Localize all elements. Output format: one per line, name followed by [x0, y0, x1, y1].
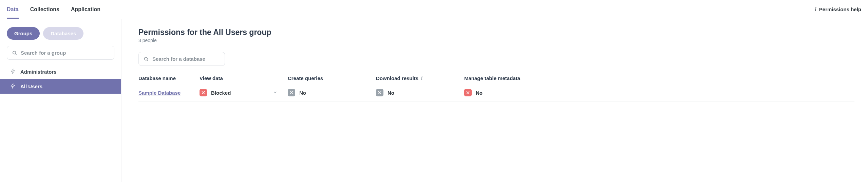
search-icon: [12, 50, 17, 56]
database-link[interactable]: Sample Database: [138, 90, 181, 96]
svg-line-3: [147, 60, 148, 61]
databases-pill[interactable]: Databases: [43, 27, 83, 40]
view-data-value: Blocked: [211, 90, 231, 96]
top-tab-bar: Data Collections Application i Permissio…: [0, 0, 868, 19]
cell-download-results[interactable]: No: [376, 89, 464, 96]
sidebar: Groups Databases Administrators All User…: [0, 19, 121, 182]
manage-metadata-value: No: [476, 90, 483, 96]
page-title: Permissions for the All Users group: [138, 28, 854, 37]
bolt-icon: [10, 83, 16, 90]
group-search-input[interactable]: [21, 50, 109, 56]
tab-collections[interactable]: Collections: [30, 0, 59, 19]
page-subtitle: 3 people: [138, 38, 854, 43]
info-icon[interactable]: i: [421, 76, 422, 81]
permissions-table: Database name View data Create queries D…: [138, 73, 854, 101]
no-icon: [376, 89, 383, 96]
permissions-help-link[interactable]: i Permissions help: [815, 6, 861, 13]
cell-manage-metadata[interactable]: No: [464, 89, 529, 96]
svg-point-0: [13, 51, 16, 54]
col-create-queries: Create queries: [288, 75, 376, 81]
sidebar-item-administrators[interactable]: Administrators: [0, 64, 121, 79]
tabs: Data Collections Application: [7, 0, 100, 19]
permissions-help-label: Permissions help: [819, 6, 861, 12]
col-view-data: View data: [200, 75, 288, 81]
col-manage-metadata: Manage table metadata: [464, 75, 529, 81]
no-icon: [464, 89, 472, 96]
svg-point-2: [145, 57, 148, 60]
bolt-icon: [10, 69, 16, 75]
search-icon: [144, 56, 149, 62]
cell-create-queries[interactable]: No: [288, 89, 376, 96]
col-download-results: Download results i: [376, 75, 464, 81]
table-row: Sample Database Blocked: [138, 84, 854, 101]
database-search[interactable]: [138, 52, 225, 66]
groups-pill[interactable]: Groups: [7, 27, 40, 40]
col-database-name: Database name: [138, 75, 200, 81]
svg-line-1: [16, 54, 17, 55]
main-panel: Permissions for the All Users group 3 pe…: [121, 19, 868, 182]
table-header: Database name View data Create queries D…: [138, 73, 854, 84]
cell-view-data[interactable]: Blocked: [200, 89, 288, 96]
database-search-input[interactable]: [152, 56, 220, 62]
info-icon: i: [815, 6, 816, 13]
cell-database-name: Sample Database: [138, 90, 200, 96]
download-results-value: No: [388, 90, 394, 96]
tab-application[interactable]: Application: [71, 0, 100, 19]
sidebar-item-label: Administrators: [20, 69, 57, 75]
no-icon: [288, 89, 295, 96]
tab-data[interactable]: Data: [7, 0, 19, 19]
sidebar-item-label: All Users: [20, 83, 42, 89]
group-search[interactable]: [7, 46, 114, 60]
chevron-down-icon: [273, 90, 278, 96]
col-download-results-label: Download results: [376, 75, 418, 81]
create-queries-value: No: [299, 90, 306, 96]
blocked-icon: [200, 89, 207, 96]
sidebar-item-all-users[interactable]: All Users: [0, 79, 121, 94]
sidebar-toggle: Groups Databases: [0, 27, 121, 46]
sidebar-separator: [10, 96, 112, 96]
